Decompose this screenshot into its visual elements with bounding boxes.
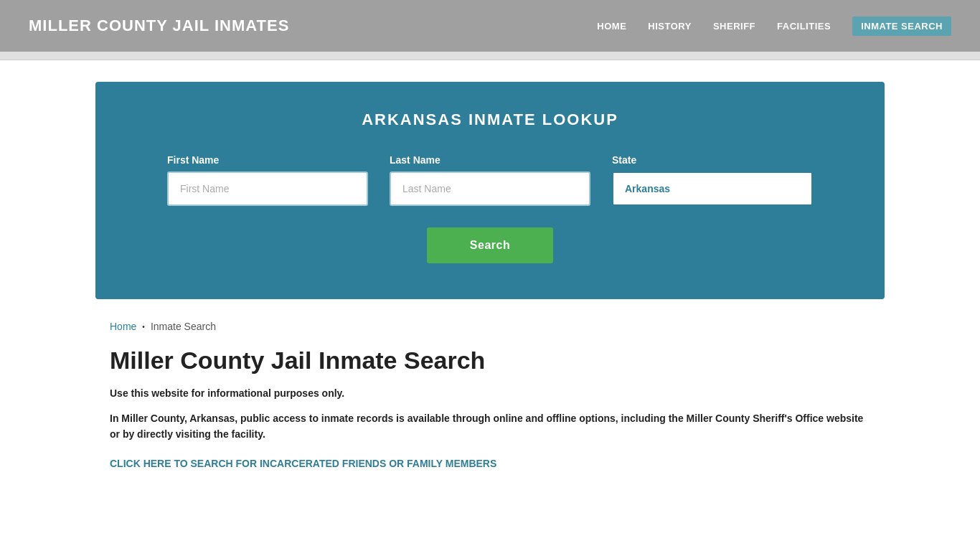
info-line2: In Miller County, Arkansas, public acces…: [110, 410, 870, 443]
last-name-label: Last Name: [390, 154, 590, 166]
search-button-row: Search: [110, 227, 870, 263]
lookup-title: ARKANSAS INMATE LOOKUP: [110, 110, 870, 129]
search-fields-container: First Name Last Name State: [110, 154, 870, 206]
main-content: Miller County Jail Inmate Search Use thi…: [95, 347, 885, 499]
nav-item-home[interactable]: HOME: [597, 21, 626, 32]
nav-item-history[interactable]: HISTORY: [648, 21, 692, 32]
breadcrumb: Home • Inmate Search: [95, 321, 885, 332]
state-group: State: [612, 154, 813, 206]
click-here-link[interactable]: CLICK HERE to Search for Incarcerated Fr…: [110, 458, 496, 469]
last-name-input[interactable]: [390, 171, 590, 206]
state-label: State: [612, 154, 813, 166]
breadcrumb-home-link[interactable]: Home: [110, 321, 136, 332]
breadcrumb-current: Inmate Search: [151, 321, 216, 332]
site-title: MILLER COUNTY JAIL INMATES: [29, 17, 289, 35]
first-name-input[interactable]: [167, 171, 368, 206]
page-heading: Miller County Jail Inmate Search: [110, 347, 870, 375]
sub-header-line: [0, 52, 980, 60]
nav-item-inmate-search[interactable]: INMATE SEARCH: [852, 17, 951, 36]
nav-item-sheriff[interactable]: SHERIFF: [713, 21, 755, 32]
breadcrumb-separator: •: [142, 323, 145, 331]
state-input[interactable]: [612, 171, 813, 206]
first-name-label: First Name: [167, 154, 368, 166]
search-button[interactable]: Search: [427, 227, 553, 263]
inmate-lookup-section: ARKANSAS INMATE LOOKUP First Name Last N…: [95, 82, 885, 299]
first-name-group: First Name: [167, 154, 368, 206]
site-header: MILLER COUNTY JAIL INMATES HOME HISTORY …: [0, 0, 980, 52]
main-nav: HOME HISTORY SHERIFF FACILITIES INMATE S…: [597, 17, 951, 36]
nav-item-facilities[interactable]: FACILITIES: [777, 21, 831, 32]
last-name-group: Last Name: [390, 154, 590, 206]
info-line1: Use this website for informational purpo…: [110, 387, 870, 399]
